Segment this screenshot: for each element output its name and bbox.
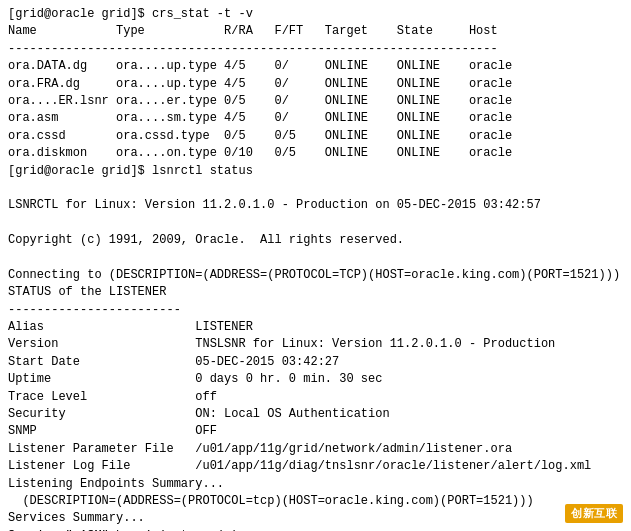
terminal-content: [grid@oracle grid]$ crs_stat -t -v Name …	[8, 6, 623, 531]
watermark: 创新互联	[565, 504, 623, 523]
terminal-window: [grid@oracle grid]$ crs_stat -t -v Name …	[0, 0, 631, 531]
